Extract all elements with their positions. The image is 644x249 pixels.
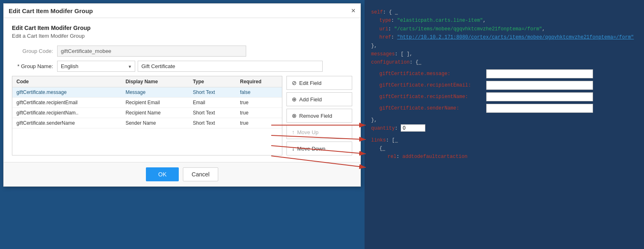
modal-dialog: Edit Cart Item Modifer Group × Edit Cart… [3,3,361,187]
group-name-row: * Group Name: English ▼ [12,61,352,72]
table-section: Code Display Name Type Required giftCert… [12,76,352,155]
cell-type: Short Text [189,118,236,128]
cell-display-name: Message [121,87,189,98]
json-input-message[interactable] [486,69,593,78]
modal-close-button[interactable]: × [351,7,355,14]
json-input-quantity[interactable] [401,124,425,132]
json-line-type: type: "elasticpath.carts.line-item", [371,16,637,25]
json-line-self: self: { ⎯ [371,8,637,16]
json-line-href: href: "http://10.10.2.171:8080/cortex/ca… [371,33,637,41]
table-row[interactable]: giftCertificate.message Message Short Te… [12,87,282,98]
json-line-rel: rel: addtodefaultcartaction [371,153,637,161]
json-line-messages: messages: [ ], [371,50,637,58]
json-line-config: configuration: {⎯ [371,58,637,66]
cell-display-name: Recipient Name [121,108,189,118]
json-input-recipientEmail[interactable] [486,81,593,90]
add-icon: ⊕ [292,96,297,103]
modal-description: Edit a Cart Item Modifer Group [12,33,352,39]
language-select[interactable]: English [57,61,135,72]
cell-type: Short Text [189,87,236,98]
cell-display-name: Recipient Email [121,98,189,108]
json-panel: self: { ⎯ type: "elasticpath.carts.line-… [365,0,644,249]
json-input-recipientName[interactable] [486,92,593,101]
add-field-button[interactable]: ⊕ Add Field [286,92,352,106]
json-line-uri: uri: "/carts/items/mobee/qgqvhktcmvzhe21… [371,25,637,33]
col-display-name: Display Name [121,76,189,87]
col-code: Code [12,76,121,87]
cell-code: giftCertificate.senderName [12,118,121,128]
cell-code: giftCertificate.recipientNam.. [12,108,121,118]
json-line-quantity: quantity: [371,124,637,132]
group-name-label: * Group Name: [12,63,57,69]
modal-title-bar: Edit Cart Item Modifer Group × [4,4,360,18]
json-field-recipientEmail: giftCertificate.recipientEmail: [371,81,637,90]
cancel-button[interactable]: Cancel [183,167,218,181]
data-table-wrapper: Code Display Name Type Required giftCert… [12,76,282,155]
json-line-close-self: }, [371,42,637,50]
modal-footer: OK Cancel [4,162,360,186]
json-line-links-open: {⎯ [371,144,637,153]
move-up-button[interactable]: ↑ Move Up [286,125,352,139]
modal-subtitle: Edit Cart Item Modifer Group [12,25,352,31]
table-row[interactable]: giftCertificate.senderName Sender Name S… [12,118,282,128]
cell-required: true [236,108,282,118]
table-row[interactable]: giftCertificate.recipientEmail Recipient… [12,98,282,108]
col-type: Type [189,76,236,87]
modal-title: Edit Cart Item Modifer Group [9,7,93,14]
json-line-links: links: [⎯ [371,136,637,144]
group-name-input[interactable] [138,61,323,72]
json-field-senderName: giftCertificate.senderName: [371,104,637,113]
col-required: Required [236,76,282,87]
group-code-input [57,46,246,57]
cell-type: Short Text [189,108,236,118]
group-code-row: Group Code: [12,46,352,57]
edit-icon: ⊘ [292,80,297,86]
cell-type: Email [189,98,236,108]
remove-icon: ⊗ [292,112,297,119]
cell-display-name: Sender Name [121,118,189,128]
modal-body: Edit Cart Item Modifer Group Edit a Cart… [4,18,360,162]
json-line-close-config: }, [371,116,637,124]
edit-field-button[interactable]: ⊘ Edit Field [286,76,352,90]
cell-code: giftCertificate.message [12,87,121,98]
cell-code: giftCertificate.recipientEmail [12,98,121,108]
json-field-recipientName: giftCertificate.recipientName: [371,92,637,101]
group-code-label: Group Code: [12,48,57,54]
json-input-senderName[interactable] [486,104,593,113]
json-field-message: giftCertificate.message: [371,69,637,78]
remove-field-button[interactable]: ⊗ Remove Field [286,109,352,123]
language-select-wrapper: English ▼ [57,61,135,72]
move-down-button[interactable]: ↓ Move Down [286,142,352,155]
cell-required: true [236,98,282,108]
cell-required: true [236,118,282,128]
fields-table: Code Display Name Type Required giftCert… [12,76,282,128]
move-down-icon: ↓ [292,145,295,152]
table-row[interactable]: giftCertificate.recipientNam.. Recipient… [12,108,282,118]
ok-button[interactable]: OK [146,167,179,181]
cell-required: false [236,87,282,98]
move-up-icon: ↑ [292,129,295,135]
action-buttons: ⊘ Edit Field ⊕ Add Field ⊗ Remove Field … [286,76,352,155]
